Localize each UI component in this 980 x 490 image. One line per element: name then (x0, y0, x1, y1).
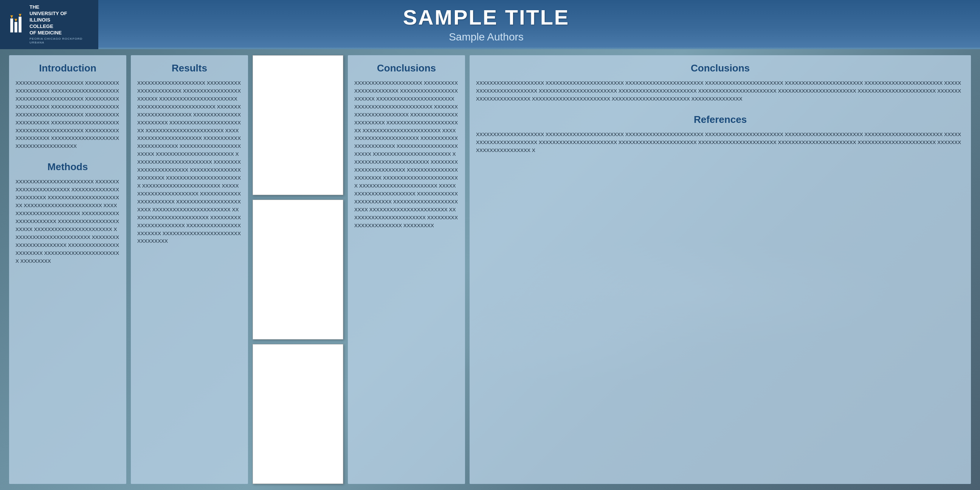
logo-box: THE UNIVERSITY OF ILLINOIS COLLEGE OF ME… (0, 0, 98, 49)
title-area: SAMPLE TITLE Sample Authors (98, 0, 874, 49)
introduction-title: Introduction (16, 62, 120, 74)
col-images (253, 55, 343, 484)
methods-text: XXXXXXXXXXXXXXXXXXXXXXX XXXXXXXXXXXXXXXX… (16, 178, 120, 265)
conclusions1-text: XXXXXXXXXXXXXXXXXXXX XXXXXXXXXXXXXXXXXXX… (354, 80, 459, 230)
conclusions1-title: Conclusions (354, 62, 459, 74)
main-content: Introduction XXXXXXXXXXXXXXXXXXXX XXXXXX… (0, 49, 980, 490)
results-text: XXXXXXXXXXXXXXXXXXXX XXXXXXXXXXXXXXXXXXX… (137, 80, 242, 245)
col-conclusions-1: Conclusions XXXXXXXXXXXXXXXXXXXX XXXXXXX… (348, 55, 465, 484)
uic-logo-icon (6, 13, 26, 36)
col-conclusions-references: Conclusions XXXXXXXXXXXXXXXXXXXX XXXXXXX… (469, 55, 971, 484)
poster-title: SAMPLE TITLE (403, 5, 570, 30)
poster-authors: Sample Authors (449, 31, 523, 43)
image-box-3 (253, 344, 343, 484)
col-results: Results XXXXXXXXXXXXXXXXXXXX XXXXXXXXXXX… (131, 55, 248, 484)
results-title: Results (137, 62, 242, 74)
svg-rect-3 (19, 17, 21, 32)
header-right-bar (874, 0, 980, 49)
methods-title: Methods (16, 161, 120, 173)
image-box-2 (253, 200, 343, 339)
header: THE UNIVERSITY OF ILLINOIS COLLEGE OF ME… (0, 0, 980, 49)
references-title: References (476, 114, 964, 126)
introduction-text: XXXXXXXXXXXXXXXXXXXX XXXXXXXXXXXXXXXXXXX… (16, 80, 120, 151)
col-introduction-methods: Introduction XXXXXXXXXXXXXXXXXXXX XXXXXX… (9, 55, 126, 484)
svg-rect-1 (10, 19, 13, 32)
uic-logo: THE UNIVERSITY OF ILLINOIS COLLEGE OF ME… (6, 4, 92, 45)
image-box-1 (253, 55, 343, 195)
references-text: XXXXXXXXXXXXXXXXXXXX XXXXXXXXXXXXXXXXXXX… (476, 131, 964, 154)
logo-text: THE UNIVERSITY OF ILLINOIS COLLEGE OF ME… (30, 4, 92, 45)
conclusions2-title: Conclusions (476, 62, 964, 74)
svg-rect-2 (14, 22, 17, 32)
conclusions2-text: XXXXXXXXXXXXXXXXXXXX XXXXXXXXXXXXXXXXXXX… (476, 80, 964, 103)
